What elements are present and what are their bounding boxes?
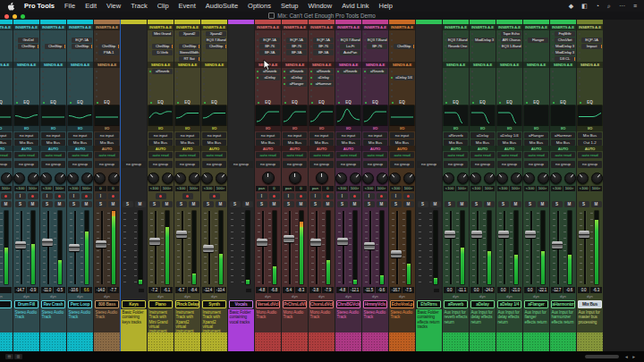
insert-slot-e[interactable] [282, 55, 308, 62]
eq-curve-display[interactable] [256, 105, 280, 125]
track-name[interactable]: Vocals [229, 300, 253, 308]
pan-value-left[interactable]: <100 [363, 186, 375, 191]
pan-knob-left[interactable] [335, 173, 347, 184]
send-slot-b[interactable] [94, 74, 120, 80]
eq-curve-display[interactable] [283, 105, 307, 125]
peak-readout[interactable]: -10.4 [215, 287, 226, 293]
insert-slot-e[interactable] [67, 55, 93, 62]
output-selector[interactable]: Mix Bus [336, 139, 360, 146]
pan-value-right[interactable]: 100> [215, 186, 226, 191]
insert-slot-b[interactable]: GrvDel [13, 37, 39, 43]
pan-knob[interactable] [289, 172, 301, 184]
insert-slot-d[interactable] [470, 49, 496, 55]
send-label[interactable]: aReverb [367, 69, 387, 74]
send-slot-a[interactable] [523, 68, 549, 74]
track-name[interactable]: Keys [122, 300, 146, 308]
pan-value-right[interactable]: 100> [456, 186, 468, 191]
peak-readout[interactable]: -9.6 [376, 287, 387, 293]
insert-slot-c[interactable]: BF-76 [362, 43, 388, 49]
pan-knob-right[interactable] [484, 173, 496, 184]
record-enable-button[interactable] [350, 193, 360, 199]
track-name[interactable]: aReverb [444, 300, 468, 308]
pan-knob-right[interactable] [591, 173, 603, 184]
track-name[interactable]: aDelay [470, 300, 495, 308]
group-selector[interactable]: no group [551, 161, 575, 168]
input-selector[interactable]: aFlanger [524, 132, 548, 139]
volume-readout[interactable]: -7.2 [148, 287, 160, 293]
pan-knob-left[interactable] [94, 173, 106, 184]
track-name[interactable]: ChrsBGVcls [336, 300, 360, 308]
output-selector[interactable]: Mix Bus [363, 139, 387, 146]
fader-handle[interactable] [257, 239, 267, 246]
menu-item-view[interactable]: View [106, 0, 121, 12]
send-slot-c[interactable] [13, 80, 39, 87]
insert-plugin-label[interactable]: BF-3A [286, 50, 307, 55]
send-slot-a[interactable]: aReverb [335, 68, 361, 74]
solo-button[interactable]: S [123, 201, 133, 207]
insert-slot-c[interactable]: BF-76 [282, 43, 308, 49]
record-enable-button[interactable] [269, 193, 280, 199]
pan-knob-right[interactable] [189, 173, 200, 184]
mute-button[interactable]: M [538, 201, 548, 207]
output-selector[interactable]: Mix Bus [551, 139, 575, 146]
send-slot-c[interactable]: aHarmnzr [309, 80, 335, 87]
automation-mode-button[interactable]: auto read [444, 152, 468, 158]
fader-handle[interactable] [525, 231, 536, 238]
mute-button[interactable]: M [135, 201, 146, 207]
insert-slot-c[interactable]: ChnlStrp [67, 43, 93, 49]
send-slot-d[interactable] [470, 87, 496, 93]
mute-button[interactable]: M [403, 201, 414, 207]
horizontal-scrollbar-thumb[interactable] [585, 355, 619, 358]
solo-button[interactable]: S [471, 201, 482, 207]
send-slot-b[interactable] [67, 74, 93, 80]
insert-slot-c[interactable]: ModDelay 3 [550, 43, 576, 49]
track-name[interactable]: aHarmonizr [551, 300, 575, 308]
output-selector[interactable]: Mix Bus [148, 139, 173, 146]
send-slot-a[interactable] [174, 68, 200, 74]
mute-button[interactable]: M [484, 201, 495, 207]
send-slot-d[interactable] [13, 87, 39, 93]
send-slot-e[interactable] [577, 93, 603, 99]
eq-row[interactable]: EQ [13, 99, 39, 105]
mute-button[interactable]: M [511, 201, 521, 207]
send-slot-a[interactable] [496, 68, 522, 74]
pan-value-right[interactable]: 100> [376, 186, 387, 191]
insert-plugin-label[interactable]: ChnlStrp [179, 44, 199, 49]
insert-slot-c[interactable]: Reverb One [443, 43, 469, 49]
eq-row[interactable]: EQ [282, 99, 308, 105]
pan-knob-right[interactable] [350, 173, 361, 184]
insert-plugin-label[interactable]: EQP-1A [72, 38, 92, 43]
pan-value-right[interactable]: 100> [590, 186, 602, 191]
pan-knob-left[interactable] [470, 173, 481, 184]
pan-value-left[interactable]: 0 [95, 186, 106, 191]
fader-handle[interactable] [337, 238, 348, 245]
eq-curve-display[interactable] [68, 105, 92, 125]
eq-curve-display[interactable] [444, 105, 468, 125]
insert-plugin-label[interactable]: Tape Echo [501, 31, 521, 37]
pan-value[interactable]: 0 [322, 186, 334, 191]
send-slot-c[interactable] [362, 80, 388, 87]
group-selector[interactable]: no group [0, 161, 12, 168]
eq-row[interactable]: EQ [335, 99, 361, 105]
insert-slot-b[interactable]: EQ3 7-Band [335, 37, 361, 43]
pan-value-left[interactable]: <100 [578, 186, 589, 191]
send-slot-a[interactable]: aReverb [148, 68, 174, 74]
fader-handle[interactable] [498, 231, 509, 238]
insert-plugin-label[interactable]: ChnlStrp [206, 44, 226, 49]
menu-item-help[interactable]: Help [379, 0, 393, 12]
eq-row[interactable]: EQ [255, 99, 281, 105]
insert-slot-b[interactable]: EQP-1A [577, 37, 603, 43]
insert-plugin-label[interactable]: BF-76 [313, 44, 334, 49]
insert-slot-b[interactable]: EQP-1A [309, 37, 335, 43]
eq-curve-display[interactable] [524, 105, 548, 125]
volume-readout[interactable]: -4.8 [256, 287, 267, 293]
insert-slot-c[interactable] [0, 43, 13, 49]
output-selector[interactable]: Mix Bus [524, 139, 548, 146]
send-slot-e[interactable] [13, 93, 39, 99]
insert-plugin-label[interactable]: ChnlStrp [152, 44, 173, 49]
peak-readout[interactable]: -22.1 [537, 287, 548, 293]
pan-value-left[interactable]: <100 [444, 186, 455, 191]
mute-button[interactable]: M [189, 201, 199, 207]
pan-value-right[interactable]: 100> [27, 186, 38, 191]
send-slot-b[interactable] [362, 74, 388, 80]
